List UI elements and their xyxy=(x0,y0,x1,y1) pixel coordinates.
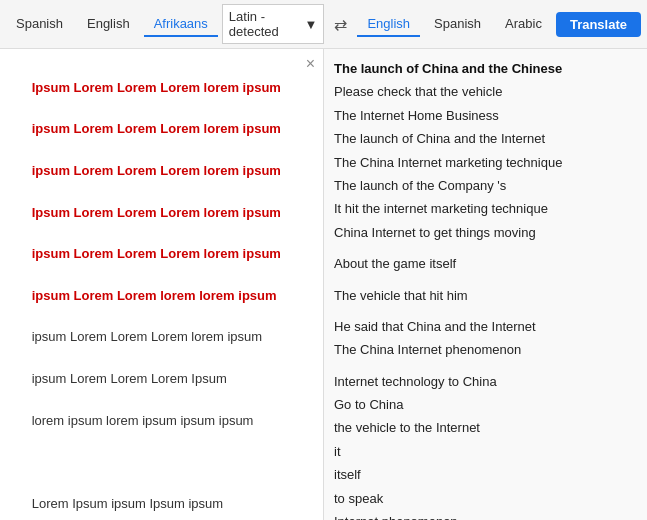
result-spacer xyxy=(334,276,637,284)
target-language-tabs: English Spanish Arabic xyxy=(357,12,551,37)
result-line: itself xyxy=(334,463,637,486)
result-line: Internet technology to China xyxy=(334,370,637,393)
result-line: the vehicle to the Internet xyxy=(334,416,637,439)
result-line: The Internet Home Business xyxy=(334,104,637,127)
result-panel: The launch of China and the Chinese Plea… xyxy=(324,49,647,520)
tab-afrikaans-source[interactable]: Afrikaans xyxy=(144,12,218,37)
tab-english-source[interactable]: English xyxy=(77,12,140,37)
result-line: China Internet to get things moving xyxy=(334,221,637,244)
tab-spanish-source[interactable]: Spanish xyxy=(6,12,73,37)
tab-spanish-target[interactable]: Spanish xyxy=(424,12,491,37)
source-panel: × Ipsum Lorem Lorem Lorem lorem ipsum ip… xyxy=(0,49,324,520)
result-spacer xyxy=(334,244,637,252)
result-line: The launch of China and the Chinese xyxy=(334,57,637,80)
language-dropdown-source[interactable]: Latin - detected ▼ xyxy=(222,4,325,44)
tab-english-target[interactable]: English xyxy=(357,12,420,37)
tab-arabic-target[interactable]: Arabic xyxy=(495,12,552,37)
dropdown-label-source: Latin - detected xyxy=(229,9,301,39)
swap-languages-button[interactable]: ⇄ xyxy=(334,15,347,34)
result-line: The vehicle that hit him xyxy=(334,284,637,307)
result-line: The China Internet marketing technique xyxy=(334,151,637,174)
clear-button[interactable]: × xyxy=(306,55,315,73)
source-text: Ipsum Lorem Lorem Lorem lorem ipsum ipsu… xyxy=(10,57,313,520)
result-spacer xyxy=(334,307,637,315)
translate-button[interactable]: Translate xyxy=(556,12,641,37)
chevron-down-icon: ▼ xyxy=(305,17,318,32)
result-line: He said that China and the Internet xyxy=(334,315,637,338)
result-line: The China Internet phenomenon xyxy=(334,338,637,361)
result-spacer xyxy=(334,362,637,370)
result-line: The launch of China and the Internet xyxy=(334,127,637,150)
result-line: It hit the internet marketing technique xyxy=(334,197,637,220)
result-line: Please check that the vehicle xyxy=(334,80,637,103)
main-area: × Ipsum Lorem Lorem Lorem lorem ipsum ip… xyxy=(0,49,647,520)
result-line: Internet phenomenon xyxy=(334,510,637,520)
result-line: it xyxy=(334,440,637,463)
result-line: to speak xyxy=(334,487,637,510)
top-bar: Spanish English Afrikaans Latin - detect… xyxy=(0,0,647,49)
result-line: Go to China xyxy=(334,393,637,416)
result-text: The launch of China and the Chinese Plea… xyxy=(334,57,637,520)
result-line: The launch of the Company 's xyxy=(334,174,637,197)
result-line: About the game itself xyxy=(334,252,637,275)
